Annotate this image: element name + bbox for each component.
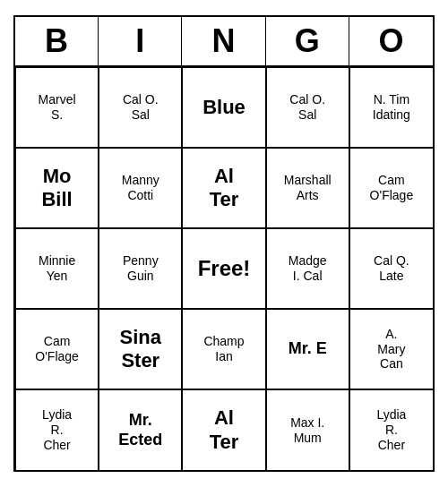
bingo-cell: Sina Ster: [99, 309, 182, 389]
cell-text: A. Mary Can: [377, 327, 405, 372]
cell-text: Al Ter: [210, 165, 239, 212]
bingo-cell: Penny Guin: [99, 228, 182, 309]
cell-text: Al Ter: [210, 406, 239, 454]
cell-text: Lydia R. Cher: [376, 407, 406, 452]
cell-text: Madge I. Cal: [289, 253, 327, 284]
cell-text: Cam O'Flage: [35, 334, 79, 364]
header-letter: G: [266, 17, 349, 65]
cell-text: Mo Bill: [41, 165, 72, 212]
cell-text: Free!: [198, 256, 251, 282]
bingo-header: BINGO: [15, 17, 433, 67]
bingo-cell: Free!: [182, 228, 265, 309]
header-letter: I: [99, 17, 182, 65]
cell-text: Champ Ian: [203, 334, 244, 364]
bingo-cell: Manny Cotti: [99, 148, 182, 228]
bingo-cell: A. Mary Can: [349, 309, 433, 389]
cell-text: Cal O. Sal: [289, 92, 325, 123]
bingo-cell: Madge I. Cal: [266, 228, 349, 309]
cell-text: Blue: [202, 96, 246, 119]
bingo-cell: Mo Bill: [15, 148, 99, 228]
bingo-cell: Al Ter: [182, 148, 265, 228]
header-letter: B: [15, 17, 99, 65]
bingo-card: BINGO Marvel S.Cal O. SalBlueCal O. SalN…: [13, 15, 435, 472]
bingo-cell: Max I. Mum: [266, 389, 349, 470]
cell-text: Max I. Mum: [290, 415, 324, 446]
cell-text: Mr. E: [289, 339, 327, 359]
bingo-cell: Mr. E: [266, 309, 349, 389]
cell-text: Manny Cotti: [122, 173, 159, 203]
bingo-cell: Cal Q. Late: [349, 228, 433, 309]
bingo-cell: Cam O'Flage: [15, 309, 99, 389]
bingo-cell: Cam O'Flage: [349, 148, 433, 228]
bingo-cell: Blue: [182, 67, 265, 148]
cell-text: Cam O'Flage: [370, 173, 414, 203]
bingo-cell: Cal O. Sal: [99, 67, 182, 148]
cell-text: Penny Guin: [123, 253, 159, 284]
bingo-cell: Champ Ian: [182, 309, 265, 389]
bingo-cell: Marshall Arts: [266, 148, 349, 228]
bingo-cell: Minnie Yen: [15, 228, 99, 309]
bingo-cell: Al Ter: [182, 389, 265, 470]
bingo-cell: N. Tim Idating: [349, 67, 433, 148]
cell-text: Cal O. Sal: [123, 92, 159, 123]
cell-text: Minnie Yen: [39, 253, 75, 284]
header-letter: N: [182, 17, 265, 65]
cell-text: Marshall Arts: [284, 173, 332, 203]
bingo-cell: Lydia R. Cher: [349, 389, 433, 470]
header-letter: O: [349, 17, 433, 65]
bingo-cell: Lydia R. Cher: [15, 389, 99, 470]
bingo-cell: Cal O. Sal: [266, 67, 349, 148]
cell-text: Mr. Ected: [118, 411, 162, 449]
cell-text: Marvel S.: [39, 92, 76, 123]
bingo-grid: Marvel S.Cal O. SalBlueCal O. SalN. Tim …: [15, 67, 433, 470]
bingo-cell: Mr. Ected: [99, 389, 182, 470]
cell-text: Cal Q. Late: [374, 253, 409, 284]
cell-text: Sina Ster: [120, 326, 161, 373]
cell-text: Lydia R. Cher: [42, 407, 72, 452]
bingo-cell: Marvel S.: [15, 67, 99, 148]
cell-text: N. Tim Idating: [373, 92, 410, 123]
